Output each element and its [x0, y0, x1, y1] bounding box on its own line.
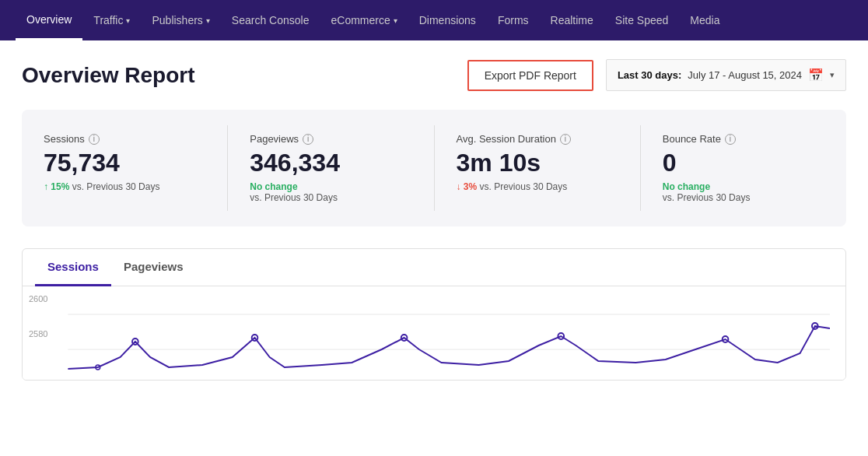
pageviews-change-text: vs. Previous 30 Days	[250, 192, 338, 203]
bounce-rate-change-text: vs. Previous 30 Days	[663, 192, 751, 203]
nav-item-forms[interactable]: Forms	[487, 0, 540, 40]
nav-item-ecommerce[interactable]: eCommerce ▾	[320, 0, 408, 40]
y-label-2580: 2580	[29, 329, 47, 338]
nav-item-media[interactable]: Media	[679, 0, 730, 40]
chevron-down-icon: ▾	[126, 16, 130, 25]
chart-area: 2600 2580	[23, 286, 845, 380]
page-title: Overview Report	[22, 63, 455, 88]
pageviews-change: No change vs. Previous 30 Days	[250, 181, 411, 203]
bounce-rate-value: 0	[663, 149, 824, 177]
pageviews-value: 346,334	[250, 149, 411, 177]
sessions-value: 75,734	[44, 149, 205, 177]
sessions-change-text: vs. Previous 30 Days	[72, 181, 160, 192]
bounce-rate-change: No change vs. Previous 30 Days	[663, 181, 824, 203]
main-content: Overview Report Export PDF Report Last 3…	[0, 40, 868, 399]
tabs-section: Sessions Pageviews 2600 2580	[22, 248, 846, 381]
export-pdf-button[interactable]: Export PDF Report	[467, 60, 593, 91]
nav-item-site-speed[interactable]: Site Speed	[604, 0, 680, 40]
bounce-rate-info-icon[interactable]: i	[725, 134, 736, 145]
stat-sessions: Sessions i 75,734 ↑ 15% vs. Previous 30 …	[22, 125, 228, 211]
nav-item-realtime[interactable]: Realtime	[540, 0, 604, 40]
date-range-value: July 17 - August 15, 2024	[688, 69, 802, 81]
stat-bounce-rate: Bounce Rate i 0 No change vs. Previous 3…	[641, 125, 846, 211]
stat-avg-session-duration: Avg. Session Duration i 3m 10s ↓ 3% vs. …	[435, 125, 641, 211]
nav-item-publishers[interactable]: Publishers ▾	[141, 0, 220, 40]
tabs-header: Sessions Pageviews	[23, 249, 845, 286]
nav-item-overview[interactable]: Overview	[16, 0, 82, 40]
date-range-prefix: Last 30 days:	[618, 69, 681, 81]
avg-session-change-value: ↓ 3%	[457, 181, 478, 192]
nav-item-dimensions[interactable]: Dimensions	[408, 0, 487, 40]
sessions-change-value: ↑ 15%	[44, 181, 69, 192]
stat-pageviews: Pageviews i 346,334 No change vs. Previo…	[228, 125, 434, 211]
chevron-down-icon: ▾	[394, 16, 397, 25]
pageviews-change-value: No change	[250, 181, 297, 192]
avg-session-label: Avg. Session Duration	[457, 133, 556, 145]
tab-sessions[interactable]: Sessions	[35, 249, 111, 286]
stats-card: Sessions i 75,734 ↑ 15% vs. Previous 30 …	[22, 110, 846, 226]
tab-pageviews[interactable]: Pageviews	[111, 249, 196, 286]
date-range-picker[interactable]: Last 30 days: July 17 - August 15, 2024 …	[606, 59, 846, 91]
avg-session-change: ↓ 3% vs. Previous 30 Days	[457, 181, 618, 192]
bounce-rate-change-value: No change	[663, 181, 710, 192]
sessions-chart	[38, 307, 830, 381]
sessions-info-icon[interactable]: i	[89, 134, 100, 145]
sessions-label: Sessions	[44, 133, 85, 145]
nav-item-search-console[interactable]: Search Console	[221, 0, 320, 40]
y-label-2600: 2600	[29, 294, 47, 303]
avg-session-value: 3m 10s	[457, 149, 618, 177]
header-row: Overview Report Export PDF Report Last 3…	[22, 59, 846, 91]
main-nav: Overview Traffic ▾ Publishers ▾ Search C…	[0, 0, 868, 40]
avg-session-info-icon[interactable]: i	[560, 134, 571, 145]
sessions-change: ↑ 15% vs. Previous 30 Days	[44, 181, 205, 192]
bounce-rate-label: Bounce Rate	[663, 133, 721, 145]
calendar-icon: 📅	[808, 68, 824, 82]
pageviews-info-icon[interactable]: i	[303, 134, 313, 145]
chevron-down-icon: ▾	[206, 16, 210, 25]
pageviews-label: Pageviews	[250, 133, 299, 145]
nav-item-traffic[interactable]: Traffic ▾	[82, 0, 141, 40]
avg-session-change-text: vs. Previous 30 Days	[480, 181, 568, 192]
chevron-down-icon: ▾	[830, 70, 835, 80]
